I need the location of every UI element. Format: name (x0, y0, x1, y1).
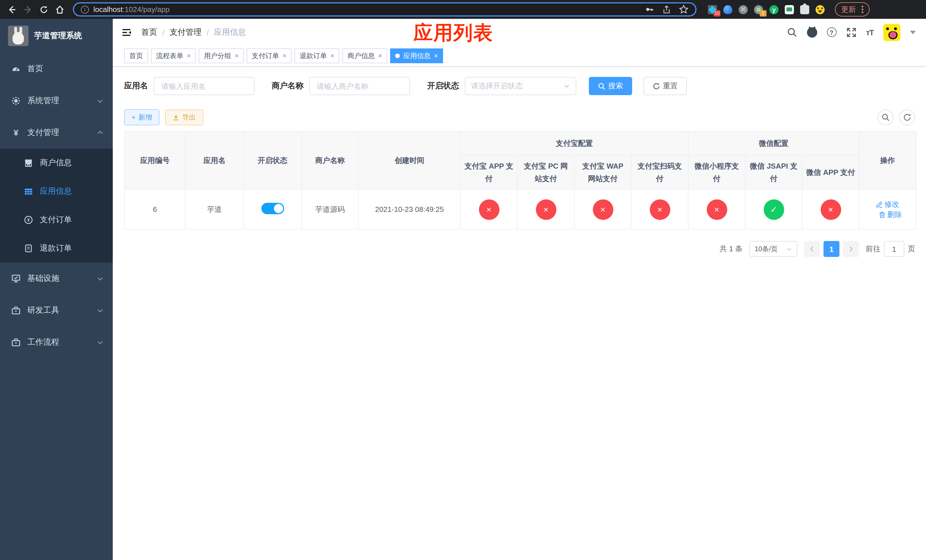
status-cross-icon: × (707, 199, 727, 219)
status-toggle[interactable] (261, 203, 284, 214)
goto-page-input[interactable] (884, 241, 904, 257)
yen-circle-icon: ¥ (24, 215, 33, 224)
bookmark-star-icon[interactable] (679, 5, 688, 14)
delete-link[interactable]: 删除 (879, 209, 902, 219)
add-button[interactable]: + 新增 (124, 109, 159, 125)
cell-app-name: 芋道 (185, 189, 244, 229)
close-icon[interactable]: × (187, 52, 191, 59)
address-bar[interactable]: i localhost:1024/pay/app (73, 2, 696, 17)
refresh-icon (653, 82, 660, 90)
group-header-alipay: 支付宝配置 (460, 131, 688, 155)
status-cross-icon: × (593, 199, 613, 219)
help-icon[interactable]: ? (827, 27, 836, 37)
plus-icon: + (132, 114, 136, 121)
col-header-alipay-wap: 支付宝 WAP 网站支付 (574, 155, 631, 189)
tab-user-group[interactable]: 用户分组× (199, 48, 244, 63)
sidebar-item-pay-order[interactable]: ¥ 支付订单 (0, 206, 113, 234)
profile-emoji-avatar[interactable] (816, 5, 825, 14)
status-cross-icon: × (649, 199, 670, 219)
show-search-button[interactable] (878, 109, 894, 125)
app-name-input[interactable] (154, 77, 254, 95)
sidebar-item-app-info[interactable]: 应用信息 (0, 177, 113, 206)
toolbox-icon (11, 306, 21, 315)
sidebar-item-refund-order[interactable]: 退款订单 (0, 234, 113, 263)
page-annotation: 应用列表 (413, 22, 493, 43)
browser-back-icon[interactable] (6, 3, 18, 16)
sidebar-item-home[interactable]: 首页 (0, 53, 113, 85)
tab-pay-order[interactable]: 支付订单× (247, 48, 292, 63)
sidebar-item-system[interactable]: 系统管理 (0, 85, 113, 117)
svg-text:¥: ¥ (27, 218, 30, 222)
filter-label-app-name: 应用名 (124, 81, 148, 91)
close-icon[interactable]: × (434, 52, 438, 59)
browser-menu-icon[interactable] (862, 6, 863, 13)
extension-recorder-icon[interactable]: 1 (754, 5, 763, 14)
export-button[interactable]: 导出 (165, 109, 203, 125)
tab-home[interactable]: 首页 (124, 48, 148, 63)
reset-button[interactable]: 重置 (643, 77, 687, 95)
chevron-right-icon (847, 245, 854, 252)
next-page-button[interactable] (843, 241, 859, 257)
tags-view-bar: 首页 流程表单× 用户分组× 支付订单× 退款订单× 商户信息× 应用信息× (113, 45, 926, 67)
chevron-down-icon (786, 246, 792, 252)
filter-form: 应用名 商户名称 开启状态 请选择开启状态 搜索 重置 (124, 77, 915, 95)
group-header-wechat: 微信配置 (688, 131, 859, 155)
extension-command-icon[interactable]: ⌘ (738, 5, 748, 14)
extension-chat-icon[interactable] (785, 5, 794, 14)
search-button[interactable]: 搜索 (589, 77, 632, 95)
sidebar-item-label: 研发工具 (27, 305, 59, 316)
tab-merchant-info[interactable]: 商户信息× (342, 48, 387, 63)
sidebar-item-infrastructure[interactable]: 基础设施 (0, 263, 113, 295)
chevron-left-icon (809, 245, 816, 252)
col-header-status: 开启状态 (244, 131, 301, 189)
site-info-icon[interactable]: i (81, 5, 89, 14)
browser-reload-icon[interactable] (38, 3, 50, 16)
breadcrumb-pay[interactable]: 支付管理 (170, 27, 201, 37)
prev-page-button[interactable] (804, 241, 820, 257)
close-icon[interactable]: × (283, 52, 286, 59)
extension-y-icon[interactable]: y (769, 5, 779, 14)
sidebar-item-workflow[interactable]: 工作流程 (0, 327, 113, 358)
sidebar-fold-icon[interactable] (121, 26, 132, 38)
cell-app-id: 6 (124, 189, 185, 229)
share-icon[interactable] (662, 5, 671, 14)
font-size-icon[interactable]: тT (866, 28, 874, 37)
user-menu-caret-icon[interactable] (910, 30, 916, 34)
browser-home-icon[interactable] (53, 3, 66, 16)
chevron-down-icon (97, 97, 104, 104)
gear-icon (11, 96, 21, 105)
sidebar-item-label: 基础设施 (27, 274, 59, 284)
close-icon[interactable]: × (378, 52, 382, 59)
extension-grid-icon[interactable]: 10 (708, 5, 717, 14)
tab-refund-order[interactable]: 退款订单× (294, 48, 339, 63)
fullscreen-icon[interactable] (846, 27, 856, 37)
tab-app-info[interactable]: 应用信息× (390, 48, 443, 63)
merchant-name-input[interactable] (309, 77, 410, 95)
sidebar-item-label: 系统管理 (27, 96, 59, 106)
user-avatar[interactable] (883, 24, 900, 41)
browser-forward-icon[interactable] (22, 3, 34, 16)
password-key-icon[interactable] (645, 5, 654, 14)
status-check-icon: ✓ (763, 199, 784, 219)
logo-row[interactable]: 芋道管理系统 (0, 19, 113, 53)
status-select[interactable]: 请选择开启状态 (465, 77, 576, 95)
sidebar-item-pay[interactable]: ¥ 支付管理 (0, 117, 113, 149)
close-icon[interactable]: × (235, 52, 239, 59)
page-number-button[interactable]: 1 (823, 241, 840, 257)
sidebar-item-dev-tools[interactable]: 研发工具 (0, 295, 113, 327)
sidebar-item-merchant-info[interactable]: 商户信息 (0, 149, 113, 177)
tab-process-form[interactable]: 流程表单× (151, 48, 196, 63)
extensions-puzzle-icon[interactable] (800, 5, 809, 14)
cell-created: 2021-10-23 08:49:25 (359, 189, 460, 229)
refresh-button[interactable] (899, 109, 915, 125)
breadcrumb-home[interactable]: 首页 (141, 27, 157, 37)
github-icon[interactable] (807, 27, 817, 37)
edit-link[interactable]: 修改 (876, 199, 899, 209)
close-icon[interactable]: × (330, 52, 334, 59)
document-icon (24, 244, 33, 253)
browser-update-button[interactable]: 更新 (835, 2, 870, 17)
extension-balloon-icon[interactable] (723, 5, 732, 14)
page-size-select[interactable]: 10条/页 (749, 241, 797, 257)
search-icon[interactable] (787, 27, 797, 37)
logo-avatar (8, 26, 29, 46)
